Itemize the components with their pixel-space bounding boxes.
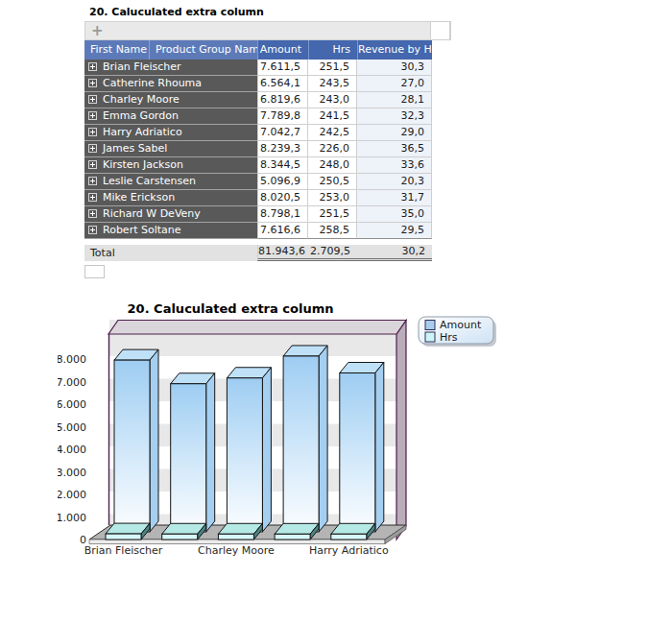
expand-row-button[interactable] [88,226,97,234]
amount-cell: 7.616,6 [257,223,308,239]
hrs-cell: 250,5 [308,174,357,190]
add-column-button[interactable]: + [91,22,104,39]
pager-empty-box [84,265,105,278]
hrs-bar [162,534,198,540]
y-tick-label: 2.000 [58,489,86,501]
column-header-first-name[interactable]: First Name [84,40,150,60]
hrs-bar [218,534,253,540]
row-label-cell[interactable]: Harry Adriatico [84,125,257,141]
hrs-bar [331,534,367,540]
legend-amount-marker [425,321,435,330]
legend-hrs-marker [425,332,435,342]
amount-bar-side [206,373,215,532]
table-row: Emma Gordon7.789,8241,532,3 [84,108,432,125]
amount-cell: 8.239,3 [257,141,308,157]
expand-row-button[interactable] [88,160,97,169]
row-label-cell[interactable]: Robert Soltane [84,223,257,239]
expand-row-button[interactable] [88,128,97,136]
row-label-cell[interactable]: Charley Moore [84,92,257,108]
pivot-table: + First Name Product Group Name Amount H… [84,21,452,278]
table-header: First Name Product Group Name Amount Hrs… [84,40,432,60]
amount-cell: 6.819,6 [257,92,308,108]
table-row: Harry Adriatico7.042,7242,529,0 [84,125,432,141]
revenue-cell: 29,0 [357,125,432,141]
total-amount-cell: 81.943,6 [257,245,308,261]
y-tick-label: 6.000 [58,398,86,411]
table-row: James Sabel8.239,3226,036,5 [84,141,432,157]
revenue-cell: 35,0 [357,206,432,223]
expand-row-button[interactable] [88,95,97,104]
x-tick-label: Harry Adriatico [309,544,389,557]
expand-row-button[interactable] [88,209,97,218]
y-tick-label: 8.000 [58,353,86,366]
column-header-amount[interactable]: Amount [257,40,308,60]
hrs-cell: 251,5 [308,60,357,76]
table-title: 20. Caluculated extra column [89,6,264,18]
expand-row-button[interactable] [88,62,97,71]
table-row: Catherine Rhouma6.564,1243,527,0 [84,76,432,92]
amount-cell: 7.611,5 [257,60,308,76]
hrs-cell: 251,5 [308,206,357,223]
amount-bar-side [375,362,384,532]
hrs-cell: 243,5 [308,76,357,92]
row-label-cell[interactable]: Richard W DeVeny [84,206,257,223]
legend-amount-label: Amount [440,319,482,331]
legend-hrs-label: Hrs [440,331,458,344]
hrs-cell: 243,0 [308,92,357,108]
column-header-revenue[interactable]: Revenue by Hour [357,40,432,60]
x-tick-label: Brian Fleischer [84,544,163,557]
row-label-cell[interactable]: Kirsten Jackson [84,157,257,174]
total-hrs-cell: 2.709,5 [308,245,357,261]
amount-cell: 5.096,9 [257,174,308,190]
hrs-bar [106,534,141,540]
y-tick-label: 4.000 [58,444,86,456]
amount-bar [283,356,319,532]
amount-cell: 8.344,5 [257,157,308,174]
revenue-cell: 27,0 [357,76,432,92]
table-row: Robert Soltane7.616,6258,529,5 [84,223,432,239]
amount-bar [171,384,206,532]
y-tick-label: 5.000 [58,421,86,434]
chart-top-frame [108,321,406,335]
expand-row-button[interactable] [88,111,97,120]
row-label-cell[interactable]: Mike Erickson [84,190,257,206]
hrs-cell: 241,5 [308,108,357,125]
hrs-cell: 226,0 [308,141,357,157]
y-tick-label: 7.000 [58,376,86,389]
amount-cell: 7.042,7 [257,125,308,141]
bar-chart: 01.0002.0003.0004.0005.0006.0007.0008.00… [58,300,509,578]
expand-row-button[interactable] [88,79,97,87]
expand-row-button[interactable] [88,193,97,202]
row-label-cell[interactable]: Brian Fleischer [84,60,257,76]
column-header-product-group[interactable]: Product Group Name [150,40,257,60]
amount-bar-side [319,346,327,532]
row-label-cell[interactable]: Emma Gordon [84,108,257,125]
table-toolbar: + [84,21,451,40]
y-tick-label: 3.000 [58,467,86,479]
revenue-cell: 32,3 [357,108,432,125]
revenue-cell: 28,1 [357,92,432,108]
table-row: Richard W DeVeny8.798,1251,535,0 [84,206,432,223]
amount-cell: 6.564,1 [257,76,308,92]
table-body: Brian Fleischer7.611,5251,530,3Catherine… [84,60,452,239]
table-row: Leslie Carstensen5.096,9250,520,3 [84,174,432,190]
expand-row-button[interactable] [88,144,97,153]
amount-bar [114,360,150,532]
column-header-hrs[interactable]: Hrs [308,40,357,60]
amount-cell: 7.789,8 [257,108,308,125]
chart-title: 20. Caluculated extra column [128,301,334,316]
row-label-cell[interactable]: James Sabel [84,141,257,157]
hrs-cell: 253,0 [308,190,357,206]
hrs-cell: 242,5 [308,125,357,141]
total-label: Total [84,245,257,261]
row-label-cell[interactable]: Leslie Carstensen [84,174,257,190]
revenue-cell: 30,3 [357,60,432,76]
table-row: Brian Fleischer7.611,5251,530,3 [84,60,432,76]
expand-row-button[interactable] [88,177,97,185]
hrs-bar [275,534,310,540]
table-row: Charley Moore6.819,6243,028,1 [84,92,432,108]
page: 20. Caluculated extra column + First Nam… [0,0,672,624]
amount-bar-side [262,368,271,532]
total-row: Total 81.943,6 2.709,5 30,2 [84,245,432,261]
row-label-cell[interactable]: Catherine Rhouma [84,76,257,92]
